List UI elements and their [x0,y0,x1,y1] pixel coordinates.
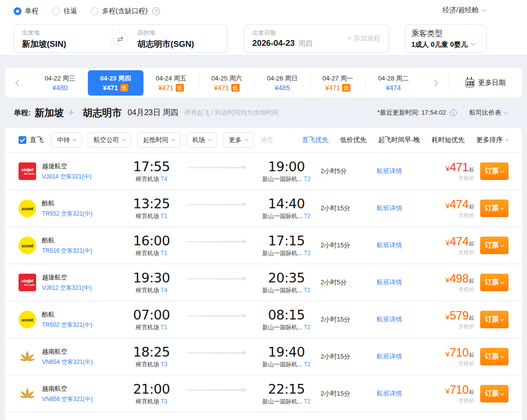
departure-airport: 樟宜机场 [136,324,159,331]
route-header: 单程: 新加坡 ✈ 胡志明市 04月23日 周四 所有起飞 / 到达时间均为当地… [0,98,527,128]
passenger-type-box[interactable]: 乘客类型 1成人 0儿童 0婴儿 [405,24,486,53]
sort-option[interactable]: 直飞优先 [302,136,328,144]
date-tab[interactable]: 04-28 周二 ¥474 [365,68,421,98]
chevron-down-icon [500,354,504,358]
next-dates-button[interactable] [421,68,448,98]
arrival-terminal: T2 [304,287,311,294]
departure-airport: 樟宜机场 [136,287,159,294]
price-amount: 471 [449,160,468,174]
tax-included-note: 含税价 [423,360,474,367]
date-tab[interactable]: 04-25 周六 ¥471 低 [199,68,255,98]
tax-included-note: 含税价 [423,249,474,256]
flight-detail-link[interactable]: 航班详情 [377,167,423,176]
book-button-label: 订票 [485,352,499,361]
prev-dates-button[interactable] [5,68,32,98]
price-block: ¥710起 含税价 [423,383,474,404]
airline-compare-button[interactable]: 航司比价表 [469,108,507,117]
arrival-terminal: T2 [304,361,311,368]
arrival-airport: 新山一国际机... [262,398,302,405]
departure-terminal: T4 [161,176,167,182]
arrival-airport: 新山一国际机... [262,213,302,220]
book-button-label: 订票 [485,315,499,324]
arrival-time: 19:40 [252,344,321,360]
passenger-type-value: 1成人 0儿童 0婴儿 [411,40,467,49]
calendar-icon [466,79,474,87]
origin-field[interactable]: 出发地 新加坡(SIN) [14,25,112,52]
book-button[interactable]: 订票 [480,237,508,254]
flight-detail-link[interactable]: 航班详情 [377,352,423,361]
flight-row: vietjet Air.com 越捷航空 VJ814 空客321(中) 17:5… [5,152,522,189]
book-button[interactable]: 订票 [480,311,508,328]
route-from-city: 新加坡 [35,106,64,120]
vietjet-air-logo: vietjet Air.com [19,274,36,291]
flight-duration: 2小时15分 [321,204,377,213]
route-to-city: 胡志明市 [83,106,122,120]
book-button-label: 订票 [485,278,499,287]
scoot-logo: scoot [19,311,36,328]
book-button[interactable]: 订票 [480,348,508,365]
clear-filters-button[interactable]: 清空 [261,136,273,144]
book-button[interactable]: 订票 [480,200,508,217]
flight-number: VJ812 空客321(中) [42,284,91,292]
add-return-button[interactable]: + 添加返程 [347,34,381,43]
tax-included-note: 含税价 [423,397,474,404]
filter-dropdown-button[interactable]: 更多 [223,132,254,148]
chevron-down-icon [500,243,504,247]
info-icon[interactable]: i [450,109,457,116]
departure-terminal: T3 [161,398,167,405]
date-tab[interactable]: 04-22 周三 ¥480 [32,68,88,98]
date-tab-date: 04-27 周一 [323,74,353,83]
book-button[interactable]: 订票 [480,162,508,180]
origin-value: 新加坡(SIN) [22,39,104,50]
flight-detail-link[interactable]: 航班详情 [377,204,423,213]
date-tab[interactable]: 04-24 周五 ¥471 低 [143,68,199,98]
trip-type-radio[interactable]: 多程(含缺口程) [91,7,147,16]
trip-type-radio[interactable]: 往返 [52,7,77,16]
filter-dropdown-button[interactable]: 中转 [51,132,82,148]
date-tab[interactable]: 04-23 周四 ¥471 低 [88,70,143,96]
flight-path-arrow [180,352,252,354]
swap-icon[interactable]: ⇄ [113,32,127,46]
book-button[interactable]: 订票 [480,274,508,291]
departure-terminal: T1 [161,324,167,331]
destination-field[interactable]: 目的地 胡志明市(SGN) [112,25,227,52]
next-flight-row-partial [5,412,522,420]
filter-dropdown-button[interactable]: 航空公司 [88,132,131,148]
date-tab[interactable]: 04-27 周一 ¥471 低 [310,68,365,98]
sort-option[interactable]: 更多排序 [476,136,508,144]
price-from-suffix: 起 [469,315,474,320]
departure-airport: 樟宜机场 [136,213,159,220]
filter-dropdown-button[interactable]: 机场 [186,132,217,148]
cabin-class-selector[interactable]: 经济/超经舱 [443,6,486,15]
flight-path-arrow [180,167,252,168]
price-block: ¥710起 含税价 [423,346,474,367]
book-button[interactable]: 订票 [480,385,508,402]
flight-detail-link[interactable]: 航班详情 [377,278,423,287]
sort-option[interactable]: 低价优先 [340,136,366,144]
more-dates-button[interactable]: 更多日期 [449,68,522,98]
sort-option[interactable]: 耗时短优先 [432,136,465,144]
flight-detail-link[interactable]: 航班详情 [377,315,423,324]
arrival-airport: 新山一国际机... [262,361,302,368]
flight-number: TR502 空客321(中) [42,321,92,329]
depart-date-box[interactable]: 出发日期 2026-04-23 周四 + 添加返程 [244,24,389,53]
filter-dropdown-button[interactable]: 起抵时间 [137,132,181,148]
flight-duration: 2小时15分 [321,389,377,398]
sort-options: 直飞优先 低价优先 起飞时间早-晚 耗时短优先 [302,136,508,144]
departure-airport: 樟宜机场 [136,361,159,368]
sort-option[interactable]: 起飞时间早-晚 [378,136,420,144]
flight-row: 越南航空 VN654 空客321(中) 18:25 樟宜机场T3 19:40 [5,338,522,375]
flight-path-arrow [180,278,252,280]
trip-type-radio[interactable]: 单程 [14,7,39,16]
arrival-airport: 新山一国际机... [262,176,302,182]
flight-number: TR552 空客321(中) [42,210,92,218]
help-icon[interactable]: ? [152,7,160,15]
flight-detail-link[interactable]: 航班详情 [377,241,423,250]
direct-flight-label: 直飞 [30,136,43,144]
radio-icon [52,7,60,15]
direct-flight-checkbox[interactable]: 直飞 [19,136,43,144]
low-price-badge: 低 [231,84,240,92]
flight-detail-link[interactable]: 航班详情 [377,389,423,398]
arrival-time: 08:15 [252,307,321,322]
date-tab[interactable]: 04-26 周日 ¥485 [254,68,310,98]
